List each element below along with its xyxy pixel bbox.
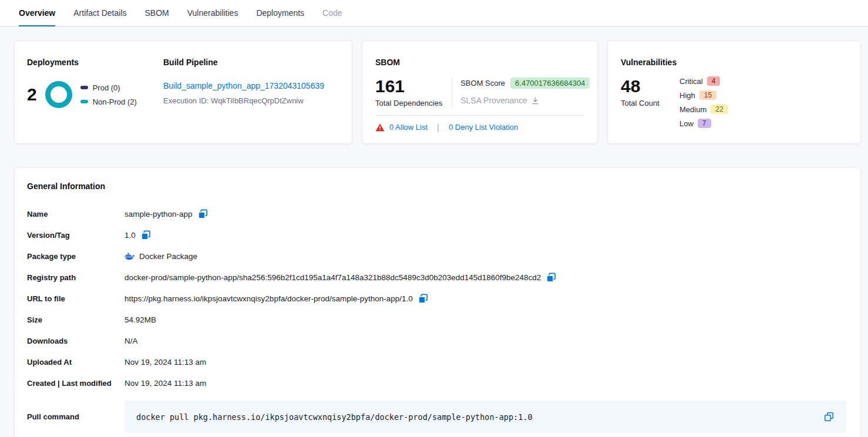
severity-badge-high: 15 (699, 90, 716, 100)
execution-id: Execution ID: WqkTiIbBRqecQrpDtZwniw (163, 96, 340, 105)
uploaded-at-value: Nov 19, 2024 11:13 am (125, 358, 206, 367)
prod-legend-dot-icon (80, 86, 88, 89)
page-content: Deployments 2 Prod (0) Non-Prod (2) (0, 26, 868, 437)
severity-row-critical: Critical 4 (679, 76, 728, 86)
severity-label-medium: Medium (679, 105, 706, 114)
copy-icon[interactable] (418, 294, 428, 304)
tab-deployments[interactable]: Deployments (256, 0, 304, 26)
tab-overview[interactable]: Overview (19, 0, 55, 26)
pull-command-block: docker pull pkg.harness.io/ikpsjoavtcwxn… (125, 401, 846, 433)
copy-icon[interactable] (823, 411, 835, 422)
severity-label-high: High (679, 91, 695, 100)
deny-list-link[interactable]: 0 Deny List Violation (449, 123, 518, 132)
info-label: Version/Tag (27, 231, 125, 240)
registry-path-value: docker-prod/sample-python-app/sha256:596… (125, 273, 541, 282)
sbom-total-label: Total Dependencies (375, 99, 442, 107)
info-row-name: Name sample-python-app (27, 203, 846, 224)
info-label: Name (27, 210, 125, 218)
info-row-uploaded-at: Uploaded At Nov 19, 2024 11:13 am (27, 351, 846, 372)
sbom-score-block: SBOM Score 6.470017636684304 SLSA Proven… (460, 76, 590, 107)
vulnerabilities-content: 48 Total Count Critical 4 High 15 Medium… (621, 76, 847, 128)
deployments-card: Deployments 2 Prod (0) Non-Prod (2) (14, 41, 352, 144)
warning-triangle-icon (375, 123, 385, 132)
info-row-downloads: Downloads N/A (27, 330, 846, 351)
severity-row-medium: Medium 22 (679, 105, 728, 114)
deployments-legend: Prod (0) Non-Prod (2) (80, 83, 137, 106)
severity-row-high: High 15 (679, 90, 728, 100)
sbom-content: 161 Total Dependencies SBOM Score 6.4700… (375, 76, 584, 107)
severity-label-low: Low (679, 119, 694, 128)
info-label: Downloads (27, 337, 125, 345)
info-label: Package type (27, 252, 125, 261)
copy-icon[interactable] (546, 273, 556, 283)
severity-badge-low: 7 (698, 119, 711, 128)
slsa-provenance-row[interactable]: SLSA Provenance (460, 96, 590, 105)
info-row-registry-path: Registry path docker-prod/sample-python-… (27, 267, 846, 288)
general-information-rows: Name sample-python-app Version/Tag 1.0 (27, 203, 846, 433)
info-label: Uploaded At (27, 358, 125, 367)
info-label: Pull command (27, 412, 125, 421)
vulnerabilities-total-count: 48 (621, 76, 679, 96)
general-information-title: General Information (27, 181, 846, 191)
sbom-total-count: 161 (375, 76, 442, 96)
package-type-value: Docker Package (139, 252, 197, 261)
deployments-title: Deployments (27, 58, 163, 67)
vulnerabilities-title: Vulnerabilities (621, 58, 847, 67)
build-pipeline-section: Build Pipeline Build_sample_python_app_1… (163, 58, 340, 132)
summary-cards-row: Deployments 2 Prod (0) Non-Prod (2) (14, 41, 861, 144)
download-icon[interactable] (531, 96, 540, 105)
copy-icon[interactable] (141, 230, 151, 240)
info-row-version: Version/Tag 1.0 (27, 224, 846, 246)
vulnerabilities-card: Vulnerabilities 48 Total Count Critical … (607, 41, 861, 144)
policy-separator: | (437, 122, 439, 132)
pull-command-text: docker pull pkg.harness.io/ikpsjoavtcwxn… (136, 412, 823, 422)
prod-legend-label: Prod (0) (93, 83, 120, 92)
url-to-file-value: https://pkg.harness.io/ikpsjoavtcwxnqisy… (125, 294, 413, 303)
severity-row-low: Low 7 (679, 119, 728, 128)
top-nav: Overview Artifact Details SBOM Vulnerabi… (0, 0, 868, 26)
sbom-title: SBOM (375, 58, 584, 67)
legend-item-nonprod: Non-Prod (2) (80, 98, 137, 106)
severity-badge-critical: 4 (707, 76, 721, 86)
info-row-package-type: Package type (27, 246, 846, 267)
severity-label-critical: Critical (679, 77, 703, 86)
tab-sbom[interactable]: SBOM (145, 0, 169, 26)
vulnerabilities-total-block: 48 Total Count (621, 76, 679, 128)
sbom-score-badge: 6.470017636684304 (510, 78, 590, 89)
sbom-card: SBOM 161 Total Dependencies SBOM Score 6… (362, 41, 598, 144)
downloads-value: N/A (125, 337, 138, 345)
build-pipeline-title: Build Pipeline (163, 58, 340, 67)
severity-badge-medium: 22 (711, 105, 728, 114)
artifact-name-value: sample-python-app (125, 210, 193, 218)
created-modified-value: Nov 19, 2024 11:13 am (125, 379, 206, 388)
policy-violations-row: 0 Allow List | 0 Deny List Violation (375, 122, 584, 132)
general-information-card: General Information Name sample-python-a… (14, 167, 861, 437)
nonprod-legend-dot-icon (80, 100, 88, 103)
sbom-total-block: 161 Total Dependencies (375, 76, 442, 107)
tab-vulnerabilities[interactable]: Vulnerabilities (187, 0, 238, 26)
severity-legend: Critical 4 High 15 Medium 22 Low 7 (679, 76, 728, 128)
vulnerabilities-total-label: Total Count (621, 99, 679, 107)
version-tag-value: 1.0 (125, 231, 136, 240)
info-row-size: Size 54.92MB (27, 309, 846, 330)
sbom-score-label: SBOM Score (460, 79, 505, 88)
copy-icon[interactable] (198, 209, 208, 219)
legend-item-prod: Prod (0) (80, 83, 137, 92)
sbom-horizontal-divider (375, 115, 584, 116)
info-row-pull-command: Pull command docker pull pkg.harness.io/… (27, 401, 846, 433)
deployments-content: 2 Prod (0) Non-Prod (2) (27, 81, 163, 108)
deployments-donut-chart (45, 81, 72, 108)
info-label: Size (27, 315, 125, 324)
tab-code: Code (322, 0, 342, 26)
info-row-created-modified: Created | Last modified Nov 19, 2024 11:… (27, 372, 846, 394)
info-row-url: URL to file https://pkg.harness.io/ikpsj… (27, 288, 846, 309)
allow-list-link[interactable]: 0 Allow List (389, 123, 428, 132)
nonprod-legend-label: Non-Prod (2) (93, 98, 137, 106)
deployments-section: Deployments 2 Prod (0) Non-Prod (2) (27, 58, 163, 132)
size-value: 54.92MB (125, 315, 156, 324)
tab-artifact-details[interactable]: Artifact Details (73, 0, 126, 26)
sbom-vertical-divider (452, 78, 452, 107)
slsa-provenance-link[interactable]: SLSA Provenance (460, 96, 527, 105)
pipeline-link[interactable]: Build_sample_python_app_1732043105639 (163, 81, 324, 90)
info-label: Created | Last modified (27, 379, 125, 388)
